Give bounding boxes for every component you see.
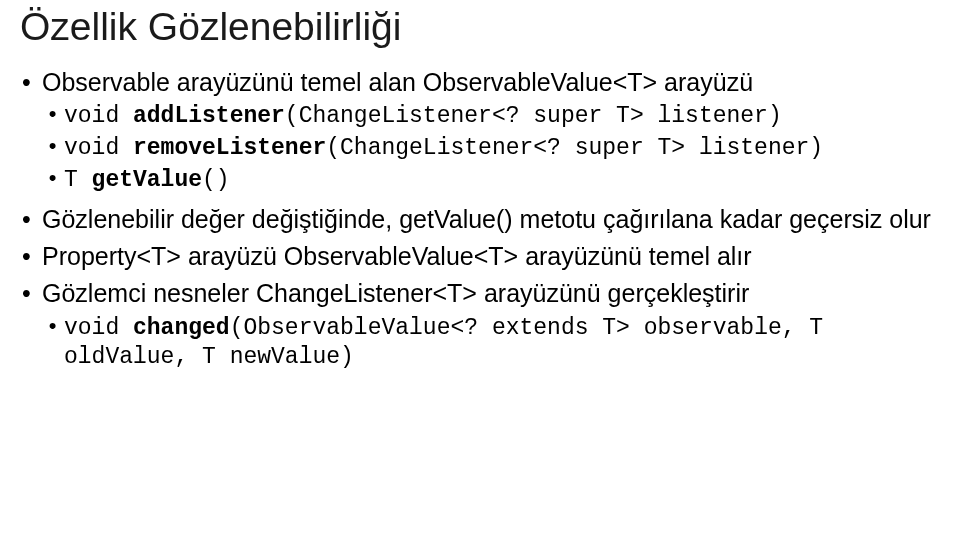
- method-removeListener: removeListener: [133, 135, 326, 161]
- bullet-4-sublist: void changed(ObservableValue<? extends T…: [42, 314, 940, 374]
- kw-void: void: [64, 103, 133, 129]
- bullet-1-text: Observable arayüzünü temel alan Observab…: [42, 68, 753, 96]
- bullet-2-text: Gözlenebilir değer değiştiğinde, getValu…: [42, 205, 931, 233]
- bullet-1-sublist: void addListener(ChangeListener<? super …: [42, 102, 940, 196]
- kw-T: T: [64, 167, 92, 193]
- params-1: (ChangeListener<? super T> listener): [285, 103, 782, 129]
- slide-body: Özellik Gözlenebilirliği Observable aray…: [0, 0, 960, 373]
- sub-1-2: void removeListener(ChangeListener<? sup…: [42, 134, 940, 164]
- bullet-list: Observable arayüzünü temel alan Observab…: [20, 67, 940, 373]
- bullet-2: Gözlenebilir değer değiştiğinde, getValu…: [20, 204, 940, 235]
- sub-1-3: T getValue(): [42, 166, 940, 196]
- method-addListener: addListener: [133, 103, 285, 129]
- params-2: (ChangeListener<? super T> listener): [326, 135, 823, 161]
- kw-void-2: void: [64, 135, 133, 161]
- bullet-4-text: Gözlemci nesneler ChangeListener<T> aray…: [42, 279, 749, 307]
- sub-4-1: void changed(ObservableValue<? extends T…: [42, 314, 940, 374]
- bullet-1: Observable arayüzünü temel alan Observab…: [20, 67, 940, 196]
- bullet-3-text: Property<T> arayüzü ObservableValue<T> a…: [42, 242, 752, 270]
- bullet-3: Property<T> arayüzü ObservableValue<T> a…: [20, 241, 940, 272]
- method-changed: changed: [133, 315, 230, 341]
- sub-1-1: void addListener(ChangeListener<? super …: [42, 102, 940, 132]
- method-getValue: getValue: [92, 167, 202, 193]
- bullet-4: Gözlemci nesneler ChangeListener<T> aray…: [20, 278, 940, 373]
- kw-void-3: void: [64, 315, 133, 341]
- params-3: (): [202, 167, 230, 193]
- slide-title: Özellik Gözlenebilirliği: [20, 6, 940, 49]
